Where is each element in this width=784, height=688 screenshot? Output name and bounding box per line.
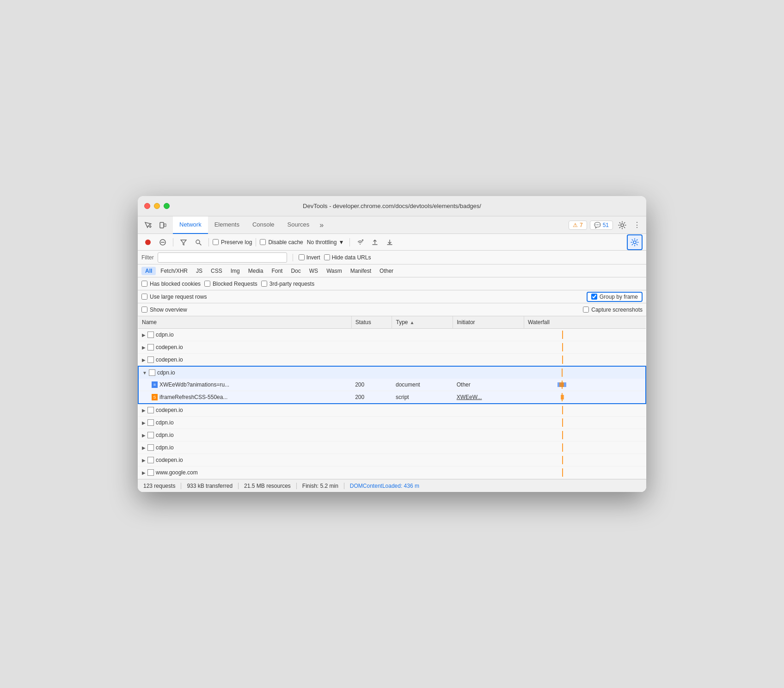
devtools-panel: Network Elements Console Sources » ⚠ 7 [138, 216, 646, 492]
device-toggle-icon[interactable] [156, 219, 169, 232]
large-rows-label[interactable]: Use large request rows [141, 294, 207, 300]
upload-icon[interactable] [368, 236, 381, 249]
clear-button[interactable] [156, 236, 169, 249]
tab-console[interactable]: Console [246, 216, 281, 234]
th-status[interactable]: Status [351, 316, 392, 329]
hide-data-urls-checkbox[interactable] [324, 254, 330, 260]
tab-sources[interactable]: Sources [281, 216, 316, 234]
type-filter-js[interactable]: JS [192, 267, 206, 275]
type-filter-fetch-xhr[interactable]: Fetch/XHR [157, 267, 191, 275]
throttle-dropdown-icon: ▼ [338, 239, 344, 246]
preserve-log-checkbox[interactable] [213, 239, 219, 245]
type-filter-ws[interactable]: WS [306, 267, 322, 275]
show-overview-label[interactable]: Show overview [141, 307, 187, 313]
blocked-requests-label[interactable]: Blocked Requests [204, 281, 257, 287]
wifi-settings-icon[interactable] [354, 236, 367, 249]
disable-cache-checkbox-label[interactable]: Disable cache [260, 239, 303, 246]
type-filter-css[interactable]: CSS [207, 267, 226, 275]
expand-icon[interactable]: ▼ [142, 370, 147, 375]
type-filter-font[interactable]: Font [268, 267, 286, 275]
filter-label: Filter [141, 254, 154, 261]
expand-icon[interactable]: ▶ [142, 408, 146, 413]
tab-more-button[interactable]: » [316, 221, 327, 229]
show-overview-checkbox[interactable] [141, 307, 147, 313]
table-row[interactable]: ▶ cdpn.io [138, 429, 646, 442]
status-cell: 200 [351, 379, 392, 391]
expand-icon[interactable]: ▶ [142, 470, 146, 475]
warning-badge-button[interactable]: ⚠ 7 [569, 221, 587, 230]
maximize-button[interactable] [164, 203, 170, 209]
large-rows-checkbox[interactable] [141, 294, 147, 300]
frame-icon [147, 469, 154, 476]
svg-point-8 [360, 244, 361, 245]
table-row[interactable]: ▶ codepen.io [138, 341, 646, 354]
blocked-requests-checkbox[interactable] [204, 281, 210, 287]
expand-icon[interactable]: ▶ [142, 345, 146, 350]
initiator-cell: XWEeW... [453, 391, 524, 404]
settings-gear-icon[interactable] [616, 219, 629, 232]
filter-icon[interactable] [177, 236, 190, 249]
third-party-requests-label[interactable]: 3rd-party requests [261, 281, 314, 287]
type-filter-img[interactable]: Img [227, 267, 244, 275]
minimize-button[interactable] [154, 203, 160, 209]
table-row[interactable]: ▶ codepen.io [138, 354, 646, 367]
th-waterfall[interactable]: Waterfall [524, 316, 646, 329]
preserve-log-checkbox-label[interactable]: Preserve log [213, 239, 252, 246]
has-blocked-cookies-label[interactable]: Has blocked cookies [141, 281, 201, 287]
type-filter-wasm[interactable]: Wasm [323, 267, 346, 275]
type-filter-manifest[interactable]: Manifest [347, 267, 375, 275]
th-initiator[interactable]: Initiator [453, 316, 524, 329]
group-by-frame-label[interactable]: Group by frame [591, 294, 638, 300]
network-settings-icon[interactable] [627, 234, 643, 250]
more-options-icon[interactable]: ⋮ [631, 220, 643, 231]
expand-icon[interactable]: ▶ [142, 445, 146, 450]
expand-icon[interactable]: ▶ [142, 332, 146, 338]
message-badge-button[interactable]: 💬 51 [590, 221, 613, 230]
tab-elements[interactable]: Elements [208, 216, 246, 234]
record-button[interactable] [141, 236, 154, 249]
warning-icon: ⚠ [573, 222, 578, 228]
hide-data-urls-checkbox-label[interactable]: Hide data URLs [324, 254, 371, 261]
expand-icon[interactable]: ▶ [142, 420, 146, 425]
status-cell: 200 [351, 391, 392, 404]
tab-bar-right: ⚠ 7 💬 51 ⋮ [569, 219, 643, 232]
tab-network[interactable]: Network [173, 216, 208, 234]
invert-checkbox-label[interactable]: Invert [299, 254, 320, 261]
has-blocked-cookies-checkbox[interactable] [141, 281, 147, 287]
traffic-lights [144, 203, 170, 209]
group-by-frame-checkbox[interactable] [591, 294, 597, 300]
table-row[interactable]: ▶ codepen.io [138, 454, 646, 467]
expand-icon[interactable]: ▶ [142, 458, 146, 463]
table-row[interactable]: ▶ www.google.com [138, 467, 646, 479]
table-row[interactable]: ▶ cdpn.io [138, 442, 646, 454]
filter-input[interactable] [158, 252, 287, 263]
close-button[interactable] [144, 203, 150, 209]
invert-checkbox[interactable] [299, 254, 305, 260]
table-row-child[interactable]: S iframeRefreshCSS-550ea... 200 script X… [138, 391, 646, 404]
element-picker-icon[interactable] [141, 219, 154, 232]
download-icon[interactable] [383, 236, 396, 249]
capture-screenshots-label[interactable]: Capture screenshots [583, 307, 643, 313]
resource-size: 21.5 MB resources [239, 483, 297, 489]
search-icon[interactable] [192, 236, 205, 249]
capture-screenshots-checkbox[interactable] [583, 307, 589, 313]
table-row[interactable]: ▶ cdpn.io [138, 417, 646, 429]
th-name[interactable]: Name [138, 316, 351, 329]
expand-icon[interactable]: ▶ [142, 433, 146, 438]
type-filter-doc[interactable]: Doc [287, 267, 304, 275]
third-party-requests-checkbox[interactable] [261, 281, 267, 287]
disable-cache-checkbox[interactable] [260, 239, 266, 245]
type-filter-other[interactable]: Other [376, 267, 397, 275]
table-row-highlighted-group[interactable]: ▼ cdpn.io [138, 366, 646, 379]
table-row[interactable]: ▶ codepen.io [138, 404, 646, 417]
table-row-child[interactable]: ≡ XWEeWdb?animations=ru... 200 document … [138, 379, 646, 391]
type-filter-all[interactable]: All [141, 267, 156, 275]
throttle-select[interactable]: No throttling ▼ [305, 238, 346, 246]
expand-icon[interactable]: ▶ [142, 357, 146, 362]
options-row-2: Use large request rows Group by frame [138, 290, 646, 303]
network-table: Name Status Type ▲ Initiator [138, 316, 646, 479]
tabs: Network Elements Console Sources » [173, 216, 569, 234]
type-filter-media[interactable]: Media [245, 267, 267, 275]
th-type[interactable]: Type ▲ [392, 316, 453, 329]
table-row[interactable]: ▶ cdpn.io [138, 329, 646, 341]
